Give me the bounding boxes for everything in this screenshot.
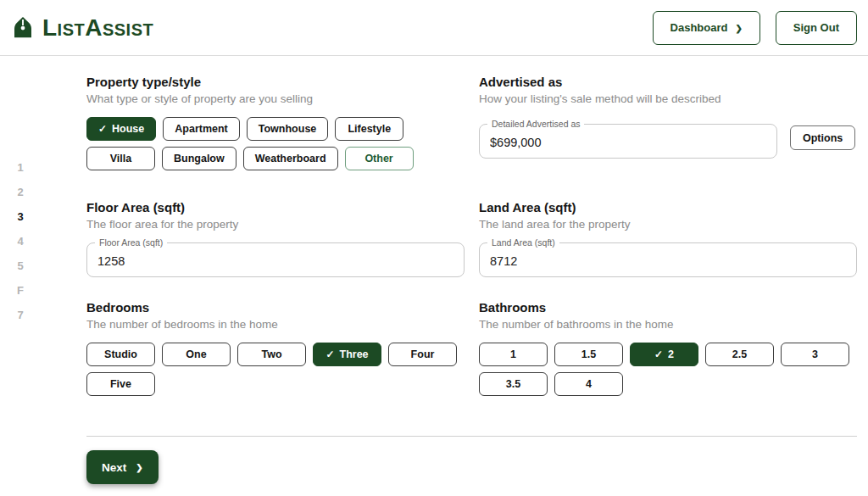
page: ListAssist Dashboard ❯ Sign Out 1 2 3 4 … xyxy=(0,0,868,496)
chip-label: 2.5 xyxy=(732,348,747,360)
field-floating-label: Floor Area (sqft) xyxy=(95,237,167,248)
chip-bedrooms-studio[interactable]: Studio xyxy=(86,343,155,366)
section-title: Bathrooms xyxy=(479,300,857,315)
chip-bedrooms-three[interactable]: ✓ Three xyxy=(313,343,381,366)
chip-other[interactable]: Other xyxy=(345,147,414,170)
chip-label: Other xyxy=(364,153,392,164)
chip-bathrooms-2-5[interactable]: 2.5 xyxy=(705,343,774,366)
step-indicator-4[interactable]: 4 xyxy=(12,235,29,248)
brand-logo: ListAssist xyxy=(10,15,153,41)
sign-out-button[interactable]: Sign Out xyxy=(776,11,857,45)
section-subtitle: The number of bathrooms in the home xyxy=(479,318,857,331)
row-property-advertised: Property type/style What type or style o… xyxy=(86,75,857,170)
chip-house[interactable]: ✓ House xyxy=(86,117,156,141)
chip-label: 2 xyxy=(668,348,674,360)
field-floating-label: Detailed Advertised as xyxy=(487,119,584,130)
chip-label: House xyxy=(112,123,144,135)
chip-label: Bungalow xyxy=(174,153,225,164)
chip-bathrooms-1[interactable]: 1 xyxy=(479,343,548,366)
chip-label: Townhouse xyxy=(259,123,317,135)
chip-label: Lifestyle xyxy=(348,123,391,135)
sign-out-button-label: Sign Out xyxy=(793,21,839,34)
chip-label: Apartment xyxy=(175,123,228,135)
chevron-right-icon: ❯ xyxy=(735,24,742,32)
chip-bedrooms-one[interactable]: One xyxy=(162,343,231,366)
chip-label: One xyxy=(186,348,206,360)
step-rail: 1 2 3 4 5 F 7 xyxy=(12,161,29,322)
section-floor-area: Floor Area (sqft) The floor area for the… xyxy=(86,200,465,277)
step-indicator-7[interactable]: 7 xyxy=(12,309,29,322)
step-indicator-f[interactable]: F xyxy=(12,284,29,298)
dashboard-button[interactable]: Dashboard ❯ xyxy=(653,11,760,45)
chip-label: Three xyxy=(340,348,369,360)
bedrooms-chips: Studio One Two ✓ Three Four xyxy=(86,343,465,396)
chip-townhouse[interactable]: Townhouse xyxy=(247,117,329,141)
chip-apartment[interactable]: Apartment xyxy=(163,117,240,141)
chip-lifestyle[interactable]: Lifestyle xyxy=(335,117,403,141)
chip-label: 3 xyxy=(812,348,818,360)
chip-label: Studio xyxy=(104,348,137,360)
row-areas: Floor Area (sqft) The floor area for the… xyxy=(86,200,857,277)
chip-label: 1 xyxy=(510,348,516,360)
section-subtitle: What type or style of property are you s… xyxy=(86,92,465,105)
pen-nib-icon xyxy=(10,15,36,41)
section-bedrooms: Bedrooms The number of bedrooms in the h… xyxy=(86,300,465,396)
brand-name: ListAssist xyxy=(42,16,153,40)
section-title: Land Area (sqft) xyxy=(479,200,857,215)
chip-label: Villa xyxy=(110,153,131,164)
next-button[interactable]: Next ❯ xyxy=(86,450,159,484)
chip-label: Two xyxy=(261,348,281,360)
section-title: Floor Area (sqft) xyxy=(86,200,465,215)
chip-label: Five xyxy=(110,378,131,390)
dashboard-button-label: Dashboard xyxy=(670,21,728,34)
chip-villa[interactable]: Villa xyxy=(86,147,155,170)
options-button[interactable]: Options xyxy=(790,125,855,150)
bathrooms-chips: 1 1.5 ✓ 2 2.5 3 3. xyxy=(479,343,857,396)
chip-label: Four xyxy=(411,348,435,360)
chip-label: 3.5 xyxy=(506,378,520,390)
chip-weatherboard[interactable]: Weatherboard xyxy=(243,147,338,170)
field-floating-label: Land Area (sqft) xyxy=(487,237,559,248)
chip-bedrooms-four[interactable]: Four xyxy=(388,343,457,366)
section-bathrooms: Bathrooms The number of bathrooms in the… xyxy=(479,300,857,396)
section-subtitle: The number of bedrooms in the home xyxy=(86,318,465,331)
chevron-right-icon: ❯ xyxy=(136,464,142,472)
form-content: Property type/style What type or style o… xyxy=(86,75,857,484)
check-icon: ✓ xyxy=(98,124,107,134)
step-indicator-3-active[interactable]: 3 xyxy=(12,210,29,224)
chip-bedrooms-five[interactable]: Five xyxy=(86,372,155,396)
chip-label: 4 xyxy=(586,378,592,390)
land-area-field: Land Area (sqft) xyxy=(479,242,857,277)
chip-bungalow[interactable]: Bungalow xyxy=(162,147,236,170)
chip-bathrooms-3-5[interactable]: 3.5 xyxy=(479,372,548,396)
step-indicator-5[interactable]: 5 xyxy=(12,259,29,273)
chip-bathrooms-3[interactable]: 3 xyxy=(781,343,849,366)
check-icon: ✓ xyxy=(326,349,334,359)
property-type-chips: ✓ House Apartment Townhouse Lifestyle Vi… xyxy=(86,117,465,170)
section-property-type: Property type/style What type or style o… xyxy=(86,75,465,170)
section-title: Property type/style xyxy=(86,75,465,89)
advertised-field-line: Detailed Advertised as Options xyxy=(479,117,857,159)
step-indicator-1[interactable]: 1 xyxy=(12,161,29,175)
header-actions: Dashboard ❯ Sign Out xyxy=(653,11,857,45)
footer-divider xyxy=(86,436,857,437)
chip-label: Weatherboard xyxy=(255,153,326,164)
section-subtitle: The floor area for the property xyxy=(86,218,465,231)
advertised-as-field: Detailed Advertised as xyxy=(479,124,777,159)
chip-bathrooms-4[interactable]: 4 xyxy=(554,372,623,396)
section-title: Advertised as xyxy=(479,75,857,89)
next-button-label: Next xyxy=(102,461,126,474)
chip-bathrooms-1-5[interactable]: 1.5 xyxy=(554,343,623,366)
section-subtitle: The land area for the property xyxy=(479,218,857,231)
section-land-area: Land Area (sqft) The land area for the p… xyxy=(479,200,857,277)
section-subtitle: How your listing's sale method will be d… xyxy=(479,92,857,105)
chip-label: 1.5 xyxy=(581,348,596,360)
floor-area-field: Floor Area (sqft) xyxy=(86,242,465,277)
row-rooms: Bedrooms The number of bedrooms in the h… xyxy=(86,300,857,396)
step-indicator-2[interactable]: 2 xyxy=(12,186,29,199)
section-title: Bedrooms xyxy=(86,300,465,315)
chip-bedrooms-two[interactable]: Two xyxy=(237,343,306,366)
chip-bathrooms-2[interactable]: ✓ 2 xyxy=(630,343,698,366)
section-advertised-as: Advertised as How your listing's sale me… xyxy=(479,75,857,170)
check-icon: ✓ xyxy=(654,349,663,359)
